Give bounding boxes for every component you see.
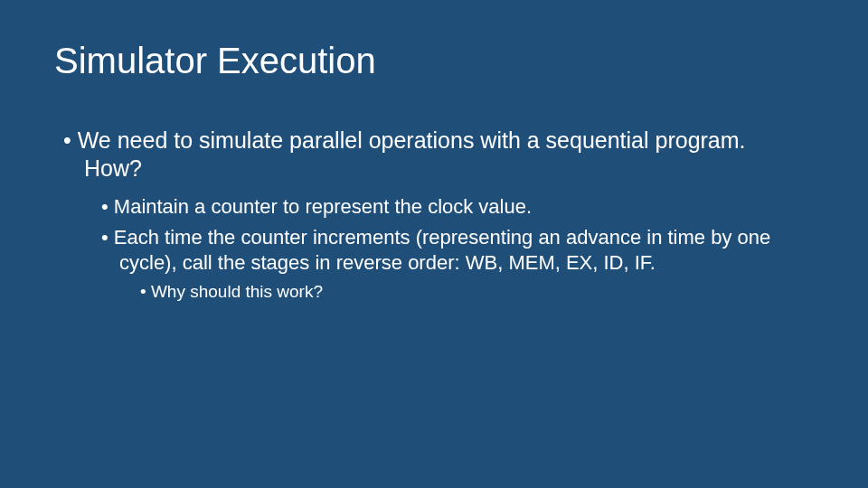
- bullet-text: • Why should this work?: [140, 281, 814, 304]
- bullet-level2-item1: • Maintain a counter to represent the cl…: [101, 194, 814, 220]
- slide-title: Simulator Execution: [54, 41, 814, 81]
- bullet-level1-item1: • We need to simulate parallel operation…: [63, 127, 814, 183]
- slide-content: • We need to simulate parallel operation…: [54, 127, 814, 304]
- bullet-level3-item1: • Why should this work?: [140, 281, 814, 304]
- bullet-text: • Maintain a counter to represent the cl…: [101, 194, 814, 220]
- bullet-text: • Each time the counter increments (repr…: [101, 225, 814, 250]
- slide-container: Simulator Execution • We need to simulat…: [0, 0, 868, 488]
- bullet-text: • We need to simulate parallel operation…: [63, 127, 814, 155]
- bullet-text-cont: How?: [63, 155, 814, 183]
- bullet-text-cont: cycle), call the stages in reverse order…: [101, 250, 814, 276]
- bullet-level2-item2: • Each time the counter increments (repr…: [101, 225, 814, 276]
